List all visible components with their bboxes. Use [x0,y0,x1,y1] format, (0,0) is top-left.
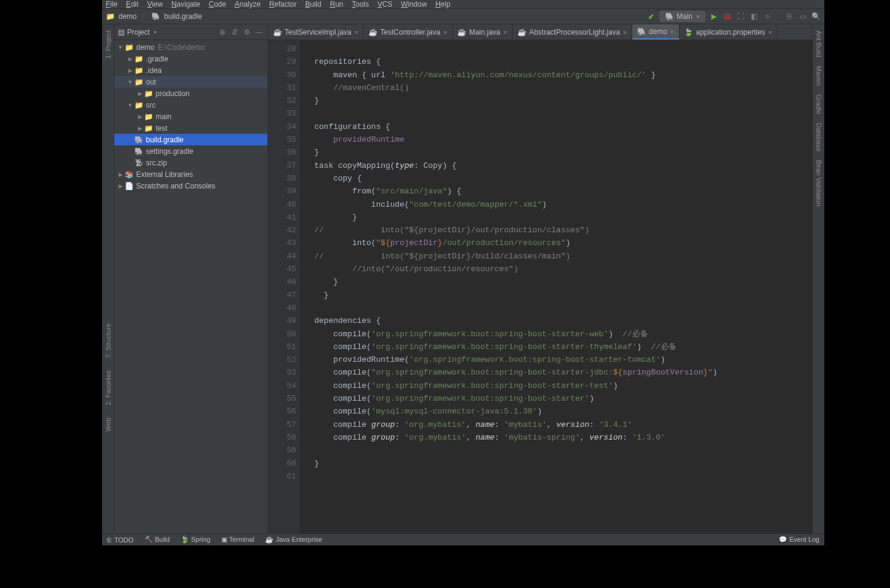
menu-navigate[interactable]: Navigate [171,0,200,9]
menu-bar: FileEditViewNavigateCodeAnalyzeRefactorB… [102,0,824,9]
tab-demo[interactable]: 🐘demo× [632,24,679,40]
tree-item-production[interactable]: ▶📁production [114,88,267,99]
main-area: 1: Project7: Structure2: FavoritesWeb ▤ … [102,24,824,533]
close-icon[interactable]: × [623,29,627,36]
status-eventlog[interactable]: 💬 Event Log [779,536,819,544]
project-view-title: Project [127,28,150,36]
breadcrumb-project[interactable]: demo [119,12,137,21]
hide-icon[interactable]: — [254,27,264,37]
close-icon[interactable]: × [503,29,507,36]
menu-view[interactable]: View [147,0,163,9]
tree-item-srczip[interactable]: 🗜src.zip [114,157,267,168]
tree-item-main[interactable]: ▶📁main [114,111,267,122]
gear-icon[interactable]: ⚙ [242,27,252,37]
project-panel: ▤ Project ⊕ ⇵ ⚙ — ▼📁demoE:\Code\demo▶📁.g… [114,24,268,533]
tree-item-buildgradle[interactable]: 🐘build.gradle [114,134,267,145]
build-icon[interactable]: ⬋ [646,12,656,21]
code-text[interactable]: repositories { maven { url 'http://maven… [309,40,812,533]
breadcrumb-file[interactable]: build.gradle [164,12,202,21]
tree-item-settingsgradle[interactable]: 🐘settings.gradle [114,145,267,157]
side-tab-structure[interactable]: 7: Structure [103,320,113,362]
side-tab-beanvalidation[interactable]: Bean Validation [814,156,824,210]
menu-build[interactable]: Build [305,0,322,9]
project-tree[interactable]: ▼📁demoE:\Code\demo▶📁.gradle▶📁.idea▼📁out▶… [114,40,267,533]
project-view-selector[interactable]: ▤ Project [118,28,215,36]
tab-applicationproperties[interactable]: 🍃application.properties× [680,24,778,40]
tab-mainjava[interactable]: ☕Main.java× [453,24,513,40]
side-tab-gradle[interactable]: Gradle [814,91,824,118]
menu-help[interactable]: Help [435,0,450,9]
status-terminal[interactable]: ▣ Terminal [221,536,254,544]
side-tab-maven[interactable]: Maven [814,62,824,89]
vcs-icon[interactable]: ⎘ [784,12,794,21]
folder-icon: 📁 [106,12,115,21]
tree-item-out[interactable]: ▼📁out [114,76,267,88]
side-tab-web[interactable]: Web [103,414,113,435]
right-side-tabs: Ant BuildMavenGradleDatabaseBean Validat… [812,24,824,533]
side-tab-favorites[interactable]: 2: Favorites [103,367,113,409]
status-javaee[interactable]: ☕ Java Enterprise [265,536,322,544]
breadcrumb-sep: 〉 [140,12,148,22]
code-editor[interactable]: 282930313233343536▶373839404142434445464… [268,40,812,533]
menu-tools[interactable]: Tools [352,0,369,9]
menu-run[interactable]: Run [330,0,343,9]
ide-window: FileEditViewNavigateCodeAnalyzeRefactorB… [102,0,824,545]
left-side-tabs: 1: Project7: Structure2: FavoritesWeb [102,24,114,533]
close-icon[interactable]: × [443,29,447,36]
toolbar-right: ⬋ 🐘 Main ▶ 🐞 ⛶ ◧ ■ ⎘ ▭ 🔍 [646,11,821,22]
menu-vcs[interactable]: VCS [378,0,393,9]
tree-item-demo[interactable]: ▼📁demoE:\Code\demo [114,41,267,53]
tree-item-src[interactable]: ▼📁src [114,99,267,111]
debug-icon[interactable]: 🐞 [722,12,732,21]
tab-testcontrollerjava[interactable]: ☕TestController.java× [364,24,452,40]
menu-analyze[interactable]: Analyze [235,0,261,9]
profile-icon[interactable]: ◧ [749,12,759,21]
stop-icon[interactable]: ■ [762,12,772,21]
collapse-icon[interactable]: ⇵ [230,27,240,37]
settings-icon[interactable]: ▭ [798,12,807,21]
run-config-name: Main [677,12,692,21]
status-bar: 6: TODO 🔨 Build 🍃 Spring ▣ Terminal ☕ Ja… [102,533,824,545]
gradle-icon: 🐘 [151,12,160,21]
tree-item-gradle[interactable]: ▶📁.gradle [114,53,267,64]
menu-refactor[interactable]: Refactor [269,0,297,9]
project-icon: ▤ [118,28,125,36]
side-tab-project[interactable]: 1: Project [103,27,113,62]
tree-item-test[interactable]: ▶📁test [114,122,267,134]
toolbar: 📁 demo 〉 🐘 build.gradle ⬋ 🐘 Main ▶ 🐞 ⛶ ◧… [102,9,824,24]
fold-column[interactable] [300,40,309,533]
editor-tabs: ☕TestServiceImpl.java×☕TestController.ja… [268,24,812,40]
tab-testserviceimpljava[interactable]: ☕TestServiceImpl.java× [268,24,364,40]
gutter: 282930313233343536▶373839404142434445464… [268,40,300,533]
breadcrumb: 📁 demo 〉 🐘 build.gradle [106,12,643,22]
search-icon[interactable]: 🔍 [811,12,821,21]
close-icon[interactable]: × [670,28,674,35]
menu-edit[interactable]: Edit [126,0,139,9]
project-panel-header: ▤ Project ⊕ ⇵ ⚙ — [114,24,267,40]
side-tab-antbuild[interactable]: Ant Build [814,27,824,61]
run-config-selector[interactable]: 🐘 Main [660,11,705,22]
status-spring[interactable]: 🍃 Spring [181,536,210,544]
close-icon[interactable]: × [354,29,358,36]
side-tab-database[interactable]: Database [814,119,824,155]
run-icon[interactable]: ▶ [709,12,719,21]
coverage-icon[interactable]: ⛶ [736,12,745,21]
editor-area: ☕TestServiceImpl.java×☕TestController.ja… [268,24,812,533]
close-icon[interactable]: × [768,29,772,36]
menu-window[interactable]: Window [401,0,427,9]
locate-icon[interactable]: ⊕ [218,27,227,37]
tree-item-idea[interactable]: ▶📁.idea [114,64,267,76]
status-build[interactable]: 🔨 Build [145,536,170,544]
config-icon: 🐘 [665,12,674,21]
tree-item-scratchesandconsoles[interactable]: ▶📄Scratches and Consoles [114,180,267,192]
menu-file[interactable]: File [106,0,117,9]
tab-abstractprocessorlightjava[interactable]: ☕AbstractProcessorLight.java× [512,24,632,40]
menu-code[interactable]: Code [209,0,226,9]
status-todo[interactable]: 6: TODO [107,536,134,544]
tree-item-externallibraries[interactable]: ▶📚External Libraries [114,168,267,180]
